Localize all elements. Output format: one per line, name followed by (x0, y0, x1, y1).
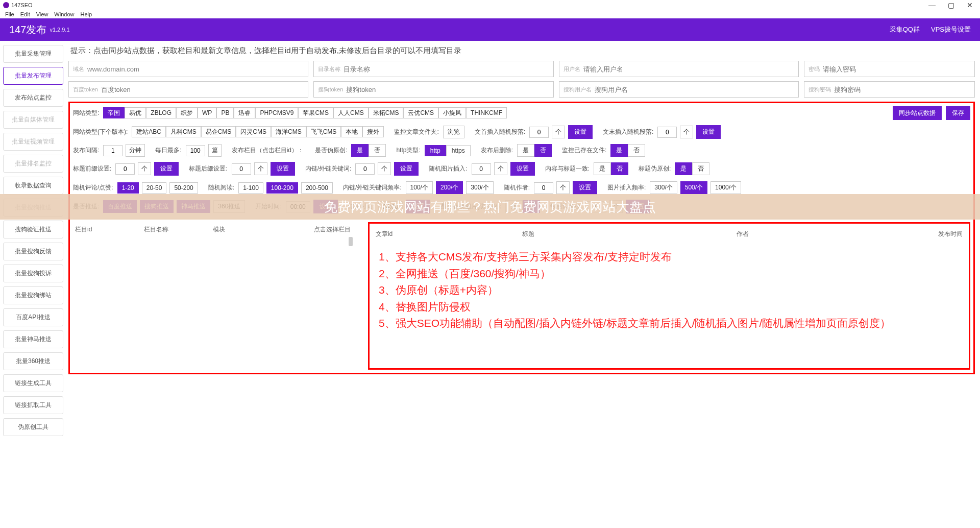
user-input[interactable] (583, 65, 794, 73)
site-type-tag[interactable]: WP (198, 107, 216, 118)
pseudo-toggle[interactable]: 是否 (351, 144, 386, 157)
linkkw-input[interactable] (355, 163, 375, 175)
dir-input[interactable] (344, 65, 549, 73)
sidebar-item-17[interactable]: 伪原创工具 (3, 418, 63, 436)
sidebar-item-16[interactable]: 链接抓取工具 (3, 396, 63, 414)
imgfreq-opt[interactable]: 1000/个 (710, 181, 741, 194)
tail-rand-input[interactable] (657, 127, 677, 138)
sogou-pass-group[interactable]: 搜狗密码 (804, 81, 975, 98)
daily-input[interactable] (186, 145, 205, 156)
maximize-button[interactable]: ▢ (948, 1, 954, 9)
del-after-toggle[interactable]: 是否 (517, 144, 552, 157)
author-input[interactable] (534, 182, 553, 194)
suffix-input[interactable] (232, 163, 251, 175)
site-type-tag[interactable]: 织梦 (176, 107, 198, 118)
user-input-group[interactable]: 用户名 (559, 61, 799, 77)
randimg-input[interactable] (472, 163, 491, 175)
site-type-tag[interactable]: 帝国 (103, 107, 125, 118)
site-type-tag[interactable]: 易优 (125, 107, 146, 118)
site-type-tag[interactable]: 小旋风 (438, 107, 466, 118)
next-type-tag[interactable]: 搜外 (362, 126, 384, 137)
baidu-token-input[interactable] (101, 86, 304, 93)
pass-input-group[interactable]: 密码 (804, 61, 975, 77)
next-type-tag[interactable]: 飞飞CMS (306, 126, 341, 137)
sogou-token-input[interactable] (346, 86, 549, 93)
domain-input-group[interactable]: 域名 (68, 61, 308, 77)
comment-opt[interactable]: 1-20 (117, 182, 139, 194)
sync-button[interactable]: 同步站点数据 (893, 106, 942, 120)
prefix-input[interactable] (115, 163, 135, 175)
head-rand-input[interactable] (529, 127, 549, 138)
menu-file[interactable]: File (5, 11, 14, 17)
prefix-set[interactable]: 设置 (154, 162, 179, 176)
monitor-exist-toggle[interactable]: 是否 (610, 144, 645, 157)
save-button[interactable]: 保存 (946, 106, 970, 120)
site-type-tag[interactable]: 人人CMS (333, 107, 369, 118)
sogou-user-group[interactable]: 搜狗用户名 (559, 81, 799, 98)
site-type-tag[interactable]: PHPCMSV9 (255, 107, 298, 118)
comment-opt[interactable]: 20-50 (142, 182, 167, 194)
sidebar-item-3[interactable]: 批量自媒体管理 (3, 111, 63, 129)
menu-help[interactable]: Help (80, 11, 92, 17)
imgfreq-opt[interactable]: 500/个 (680, 181, 707, 194)
sidebar-item-8[interactable]: 搜狗验证推送 (3, 221, 63, 238)
sidebar-item-14[interactable]: 批量360推送 (3, 352, 63, 370)
browse-button[interactable]: 浏览 (443, 126, 464, 138)
scrollbar-thumb[interactable] (349, 237, 353, 246)
link-qq-group[interactable]: 采集QQ群 (890, 25, 920, 34)
sidebar-item-15[interactable]: 链接生成工具 (3, 374, 63, 392)
sidebar-item-6[interactable]: 收录数据查询 (3, 177, 63, 195)
sogou-user-input[interactable] (595, 86, 794, 93)
next-type-tag[interactable]: 海洋CMS (271, 126, 306, 137)
next-type-tag[interactable]: 本地 (341, 126, 362, 137)
next-type-tag[interactable]: 闪灵CMS (236, 126, 271, 137)
site-type-tag[interactable]: PB (216, 107, 234, 118)
read-opt[interactable]: 100-200 (266, 182, 298, 194)
menu-view[interactable]: View (36, 11, 48, 17)
comment-opt[interactable]: 50-200 (169, 182, 198, 194)
interval-input[interactable] (103, 145, 122, 156)
sidebar-item-0[interactable]: 批量采集管理 (3, 45, 63, 63)
minimize-button[interactable]: — (928, 1, 936, 9)
read-opt[interactable]: 1-100 (238, 182, 263, 194)
site-type-tag[interactable]: ZBLOG (146, 107, 176, 118)
sidebar-item-9[interactable]: 批量搜狗反馈 (3, 243, 63, 260)
read-opt[interactable]: 200-500 (301, 182, 333, 194)
site-type-tag[interactable]: THINKCMF (466, 107, 507, 118)
randimg-set[interactable]: 设置 (510, 162, 535, 176)
head-rand-set[interactable]: 设置 (568, 125, 593, 139)
sogou-token-group[interactable]: 搜狗token (313, 81, 553, 98)
tail-rand-set[interactable]: 设置 (696, 125, 721, 139)
sidebar-item-11[interactable]: 批量搜狗绑站 (3, 286, 63, 304)
sidebar-item-12[interactable]: 百度API推送 (3, 308, 63, 326)
dir-input-group[interactable]: 目录名称 (313, 61, 553, 77)
linkkw-set[interactable]: 设置 (394, 162, 419, 176)
freq-opt[interactable]: 200/个 (436, 181, 463, 194)
link-vps-dial[interactable]: VPS拨号设置 (931, 25, 971, 34)
next-type-tag[interactable]: 建站ABC (132, 126, 166, 137)
title-pseudo-toggle[interactable]: 是否 (675, 162, 709, 175)
close-button[interactable]: ✕ (967, 1, 973, 9)
imgfreq-opt[interactable]: 300/个 (650, 181, 677, 194)
next-type-tag[interactable]: 凡科CMS (166, 126, 201, 137)
title-same-toggle[interactable]: 是否 (594, 162, 628, 175)
site-type-tag[interactable]: 米拓CMS (369, 107, 404, 118)
menu-edit[interactable]: Edit (20, 11, 30, 17)
suffix-set[interactable]: 设置 (271, 162, 295, 176)
freq-opt[interactable]: 100/个 (406, 181, 433, 194)
domain-input[interactable] (87, 65, 304, 73)
sidebar-item-4[interactable]: 批量短视频管理 (3, 133, 63, 151)
site-type-tag[interactable]: 云优CMS (403, 107, 438, 118)
freq-opt[interactable]: 300/个 (466, 181, 493, 194)
site-type-tag[interactable]: 苹果CMS (298, 107, 333, 118)
next-type-tag[interactable]: 易企CMS (201, 126, 236, 137)
site-type-tag[interactable]: 迅睿 (234, 107, 255, 118)
menu-window[interactable]: Window (54, 11, 74, 17)
baidu-token-group[interactable]: 百度token (68, 81, 308, 98)
sidebar-item-2[interactable]: 发布站点监控 (3, 89, 63, 107)
pass-input[interactable] (823, 65, 970, 73)
sidebar-item-1[interactable]: 批量发布管理 (3, 67, 63, 85)
sogou-pass-input[interactable] (834, 86, 970, 93)
sidebar-item-10[interactable]: 批量搜狗投诉 (3, 265, 63, 282)
http-toggle[interactable]: httphttps (425, 145, 471, 156)
